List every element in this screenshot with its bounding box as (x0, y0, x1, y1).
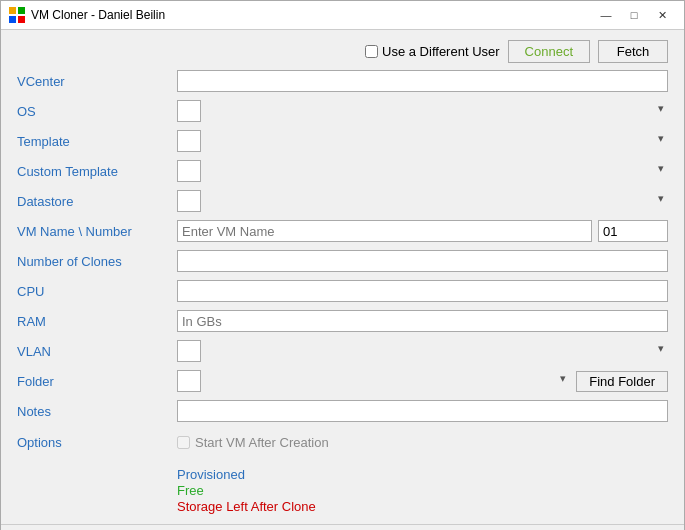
svg-rect-0 (9, 7, 16, 14)
datastore-select[interactable] (177, 190, 201, 212)
template-select[interactable] (177, 130, 201, 152)
datastore-combo-wrapper (177, 190, 668, 212)
template-label: Template (17, 134, 177, 149)
vlan-combo-wrapper (177, 340, 668, 362)
svg-rect-2 (9, 16, 16, 23)
storage-info: Provisioned Free Storage Left After Clon… (177, 467, 668, 514)
vcenter-controls (177, 70, 668, 92)
vlan-row: VLAN (17, 339, 668, 363)
form-area: VCenter OS Template (17, 69, 668, 514)
main-window: VM Cloner - Daniel Beilin — □ ✕ Use a Di… (0, 0, 685, 530)
minimize-button[interactable]: — (592, 1, 620, 29)
vcenter-row: VCenter (17, 69, 668, 93)
num-clones-controls (177, 250, 668, 272)
notes-input[interactable] (177, 400, 668, 422)
custom-template-combo-wrapper (177, 160, 668, 182)
ram-label: RAM (17, 314, 177, 329)
num-clones-input[interactable] (177, 250, 668, 272)
maximize-button[interactable]: □ (620, 1, 648, 29)
top-row: Use a Different User Connect Fetch (17, 40, 668, 63)
datastore-label: Datastore (17, 194, 177, 209)
bottom-bar: Start Clone Cancel (1, 524, 684, 530)
fetch-button[interactable]: Fetch (598, 40, 668, 63)
title-bar: VM Cloner - Daniel Beilin — □ ✕ (1, 1, 684, 30)
window-controls: — □ ✕ (592, 1, 676, 29)
close-button[interactable]: ✕ (648, 1, 676, 29)
vm-name-label: VM Name \ Number (17, 224, 177, 239)
start-vm-checkbox[interactable] (177, 436, 190, 449)
os-row: OS (17, 99, 668, 123)
vm-name-input[interactable] (177, 220, 592, 242)
vm-name-row: VM Name \ Number (17, 219, 668, 243)
custom-template-controls (177, 160, 668, 182)
template-row: Template (17, 129, 668, 153)
vcenter-label: VCenter (17, 74, 177, 89)
vlan-select[interactable] (177, 340, 201, 362)
datastore-controls (177, 190, 668, 212)
cpu-input[interactable] (177, 280, 668, 302)
notes-controls (177, 400, 668, 422)
folder-row: Folder Find Folder (17, 369, 668, 393)
os-combo-wrapper (177, 100, 668, 122)
start-vm-label: Start VM After Creation (177, 435, 329, 450)
options-row: Options Start VM After Creation (17, 429, 668, 455)
use-different-user-checkbox[interactable] (365, 45, 378, 58)
cpu-row: CPU (17, 279, 668, 303)
vlan-controls (177, 340, 668, 362)
vm-number-input[interactable] (598, 220, 668, 242)
window-title: VM Cloner - Daniel Beilin (31, 8, 592, 22)
notes-row: Notes (17, 399, 668, 423)
notes-label: Notes (17, 404, 177, 419)
options-label: Options (17, 435, 177, 450)
find-folder-button[interactable]: Find Folder (576, 371, 668, 392)
storage-provisioned: Provisioned (177, 467, 668, 482)
storage-free: Free (177, 483, 668, 498)
start-vm-text: Start VM After Creation (195, 435, 329, 450)
use-different-user-label: Use a Different User (382, 44, 500, 59)
vlan-label: VLAN (17, 344, 177, 359)
use-different-user-container: Use a Different User (365, 44, 500, 59)
os-controls (177, 100, 668, 122)
custom-template-select[interactable] (177, 160, 201, 182)
folder-label: Folder (17, 374, 177, 389)
custom-template-label: Custom Template (17, 164, 177, 179)
svg-rect-1 (18, 7, 25, 14)
cpu-controls (177, 280, 668, 302)
ram-row: RAM (17, 309, 668, 333)
ram-controls (177, 310, 668, 332)
connect-button[interactable]: Connect (508, 40, 590, 63)
num-clones-label: Number of Clones (17, 254, 177, 269)
folder-controls: Find Folder (177, 370, 668, 392)
custom-template-row: Custom Template (17, 159, 668, 183)
template-controls (177, 130, 668, 152)
template-combo-wrapper (177, 130, 668, 152)
storage-left-after-clone: Storage Left After Clone (177, 499, 668, 514)
svg-rect-3 (18, 16, 25, 23)
num-clones-row: Number of Clones (17, 249, 668, 273)
options-controls: Start VM After Creation (177, 435, 668, 450)
ram-input[interactable] (177, 310, 668, 332)
folder-select[interactable] (177, 370, 201, 392)
content-area: Use a Different User Connect Fetch VCent… (1, 30, 684, 524)
os-label: OS (17, 104, 177, 119)
os-select[interactable] (177, 100, 201, 122)
vm-name-controls (177, 220, 668, 242)
app-icon (9, 7, 25, 23)
cpu-label: CPU (17, 284, 177, 299)
datastore-row: Datastore (17, 189, 668, 213)
folder-combo-wrapper (177, 370, 570, 392)
vcenter-input[interactable] (177, 70, 668, 92)
